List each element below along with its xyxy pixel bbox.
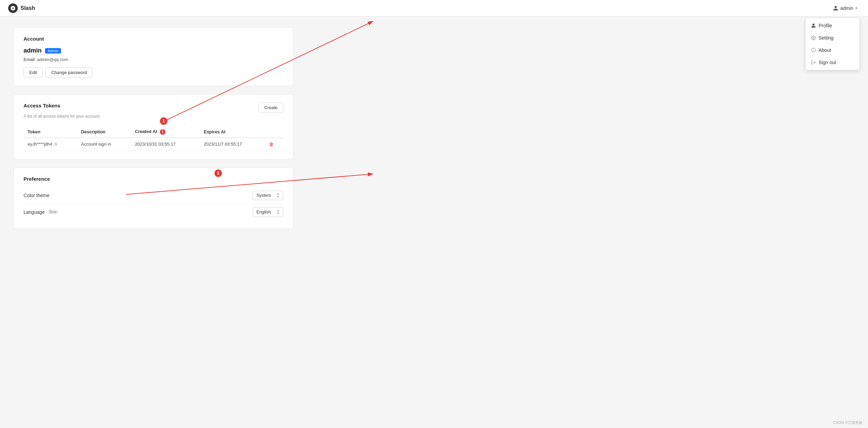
description-cell: Account sign in (77, 138, 131, 151)
tokens-table: Token Description Created At 1 Expires A… (24, 126, 283, 151)
expires-at-cell: 2023/11/7 03:55:17 (200, 138, 265, 151)
app-logo (8, 3, 18, 13)
delete-cell: 🗑 (265, 138, 283, 151)
account-username: admin (24, 47, 42, 54)
account-section-title: Account (24, 36, 283, 42)
beta-badge: Beta (47, 210, 59, 214)
change-password-button[interactable]: Change password (45, 68, 93, 77)
setting-label: Setting (819, 35, 834, 41)
header-left: Slash (8, 3, 35, 13)
table-row: eyJh****jdh4 ⧉ Account sign in 2023/10/3… (24, 138, 283, 151)
email-label: Email: (24, 57, 36, 62)
logo-icon (10, 5, 16, 11)
about-label: About (819, 47, 831, 53)
language-select[interactable]: English ▲▼ (253, 207, 283, 217)
info-icon (811, 48, 816, 53)
app-header: Slash admin ▾ Profile (0, 0, 868, 16)
color-theme-value: System (256, 193, 271, 198)
language-label-group: Language Beta (24, 209, 59, 215)
signout-icon (811, 60, 816, 65)
select-arrows-icon: ▲▼ (276, 192, 280, 198)
language-value: English (256, 209, 271, 215)
dropdown-item-signout[interactable]: Sign out (806, 56, 859, 69)
copy-icon[interactable]: ⧉ (54, 142, 57, 147)
user-menu-trigger[interactable]: admin ▾ (830, 4, 860, 12)
annotation-1: 1 (160, 129, 165, 135)
token-cell: eyJh****jdh4 ⧉ (24, 138, 77, 151)
col-token: Token (24, 126, 77, 138)
color-theme-select[interactable]: System ▲▼ (253, 191, 283, 200)
tokens-subtitle: A list of all access tokens for your acc… (24, 114, 101, 119)
token-cell-inner: eyJh****jdh4 ⧉ (28, 142, 73, 147)
email-row: Email: admin@qq.com (24, 57, 283, 62)
access-tokens-section: Access Tokens A list of all access token… (14, 94, 293, 159)
admin-badge: Admin (45, 48, 61, 54)
app-title: Slash (20, 5, 35, 11)
col-description: Description (77, 126, 131, 138)
col-created-at: Created At 1 (131, 126, 200, 138)
user-avatar-icon (833, 5, 838, 11)
language-select-arrows-icon: ▲▼ (276, 209, 280, 215)
token-value: eyJh****jdh4 (28, 142, 52, 147)
tokens-header-left: Access Tokens A list of all access token… (24, 103, 101, 124)
profile-icon (811, 23, 816, 28)
account-actions: Edit Change password (24, 68, 283, 77)
preference-section: Preference Color theme System ▲▼ Languag… (14, 167, 293, 229)
main-content: Account admin Admin Email: admin@qq.com … (0, 16, 307, 248)
signout-label: Sign out (819, 60, 836, 65)
dropdown-item-about[interactable]: About (806, 44, 859, 56)
col-actions (265, 126, 283, 138)
user-label: admin (840, 5, 853, 11)
tokens-header: Access Tokens A list of all access token… (24, 103, 283, 124)
create-token-button[interactable]: Create (258, 103, 283, 113)
svg-point-1 (813, 37, 814, 39)
dropdown-item-profile[interactable]: Profile (806, 19, 859, 32)
edit-button[interactable]: Edit (24, 68, 43, 77)
col-expires-at: Expires At (200, 126, 265, 138)
language-row: Language Beta English ▲▼ (24, 204, 283, 220)
preference-section-title: Preference (24, 176, 283, 182)
tokens-table-header: Token Description Created At 1 Expires A… (24, 126, 283, 138)
email-value: admin@qq.com (37, 57, 68, 62)
tokens-table-body: eyJh****jdh4 ⧉ Account sign in 2023/10/3… (24, 138, 283, 151)
tokens-section-title: Access Tokens (24, 103, 101, 108)
account-section: Account admin Admin Email: admin@qq.com … (14, 27, 293, 86)
account-name-row: admin Admin (24, 47, 283, 54)
profile-label: Profile (819, 23, 832, 28)
user-dropdown-menu: Profile Setting About (805, 18, 860, 70)
tokens-header-row: Token Description Created At 1 Expires A… (24, 126, 283, 138)
dropdown-item-setting[interactable]: Setting (806, 32, 859, 44)
color-theme-label: Color theme (24, 193, 49, 198)
created-at-cell: 2023/10/31 03:55:17 (131, 138, 200, 151)
delete-token-button[interactable]: 🗑 (269, 142, 274, 147)
color-theme-row: Color theme System ▲▼ (24, 187, 283, 204)
gear-icon (811, 35, 816, 40)
user-menu-container: admin ▾ Profile Setting (830, 4, 860, 12)
chevron-down-icon: ▾ (855, 6, 857, 10)
language-label: Language (24, 209, 45, 215)
